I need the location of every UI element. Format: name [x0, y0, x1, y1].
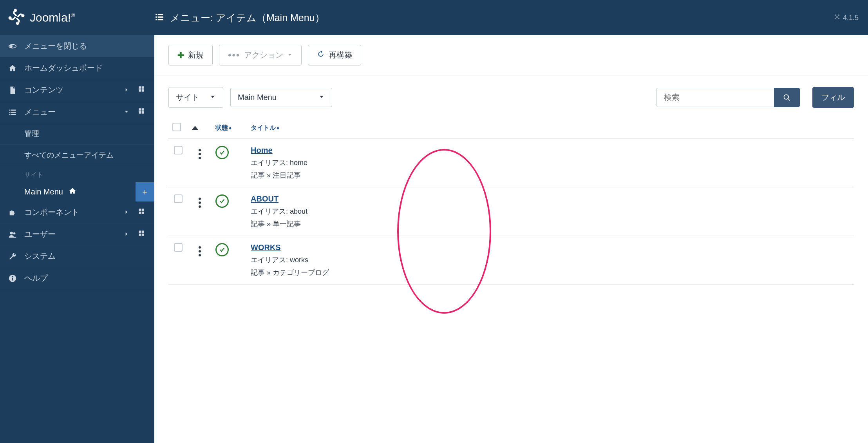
info-icon	[8, 274, 17, 283]
item-alias: エイリアス: works	[251, 255, 850, 265]
sidebar-users-label: ユーザー	[24, 229, 117, 240]
row-checkbox[interactable]	[174, 194, 183, 203]
sidebar-all-items-label: すべてのメニューアイテム	[24, 150, 146, 160]
menu-select[interactable]: Main Menu	[230, 88, 332, 107]
joomla-small-icon	[834, 13, 841, 22]
sidebar-manage[interactable]: 管理	[0, 123, 154, 145]
kebab-icon[interactable]	[196, 147, 203, 162]
svg-rect-15	[142, 89, 144, 92]
chevron-right-icon	[124, 208, 131, 217]
search-button[interactable]	[774, 88, 800, 107]
kebab-icon[interactable]	[196, 244, 203, 259]
item-title-link[interactable]: Home	[251, 146, 273, 154]
grid-icon[interactable]	[138, 208, 146, 217]
items-table: 状態♦ タイトル♦ Home エイリアス: home 記事 » 注目記事 ABO…	[168, 117, 854, 285]
sidebar-menus-submenu: 管理 すべてのメニューアイテム サイト Main Menu +	[0, 123, 154, 202]
sidebar-all-items[interactable]: すべてのメニューアイテム	[0, 145, 154, 166]
sidebar-menus-label: メニュー	[24, 107, 117, 117]
new-button-label: 新規	[188, 50, 204, 60]
sidebar-users[interactable]: ユーザー	[0, 223, 154, 245]
sidebar-components-label: コンポーネント	[24, 207, 117, 218]
sidebar-collapse-label: メニューを閉じる	[24, 41, 146, 51]
status-published-icon[interactable]	[215, 146, 229, 159]
page-title-section: メニュー: アイテム（Main Menu）	[154, 11, 834, 24]
svg-rect-16	[9, 109, 11, 111]
collapse-icon	[8, 42, 17, 51]
home-icon	[8, 64, 17, 73]
item-title-link[interactable]: ABOUT	[251, 194, 278, 203]
sidebar-help[interactable]: ヘルプ	[0, 267, 154, 289]
col-title[interactable]: タイトル♦	[247, 117, 854, 139]
col-status[interactable]: 状態♦	[212, 117, 247, 139]
item-alias: エイリアス: about	[251, 207, 850, 216]
file-icon	[8, 86, 17, 94]
table-row: ABOUT エイリアス: about 記事 » 単一記事	[168, 187, 854, 236]
svg-rect-37	[12, 278, 13, 280]
row-checkbox[interactable]	[174, 146, 183, 154]
sidebar-main-menu-add[interactable]: +	[136, 182, 154, 202]
version-section[interactable]: 4.1.5	[834, 13, 868, 22]
rebuild-button[interactable]: 再構築	[308, 45, 361, 65]
menu-select-label: Main Menu	[238, 93, 277, 102]
table-row: Home エイリアス: home 記事 » 注目記事	[168, 139, 854, 187]
sort-arrow-up-icon	[192, 126, 198, 130]
toolbar: ✚ 新規 ••• アクション 再構築	[154, 35, 868, 75]
status-published-icon[interactable]	[215, 243, 229, 256]
sidebar: メニューを閉じる ホームダッシュボード コンテンツ メニュー 管理 すべてのメニ…	[0, 35, 154, 443]
svg-rect-22	[139, 108, 141, 111]
chevron-right-icon	[124, 85, 131, 94]
status-published-icon[interactable]	[215, 194, 229, 208]
new-button[interactable]: ✚ 新規	[168, 45, 213, 65]
svg-point-39	[784, 94, 789, 99]
search-input[interactable]	[656, 88, 774, 107]
sidebar-content-label: コンテンツ	[24, 85, 117, 95]
sidebar-home[interactable]: ホームダッシュボード	[0, 57, 154, 79]
svg-rect-24	[139, 111, 141, 114]
rebuild-button-label: 再構築	[329, 50, 352, 60]
svg-point-38	[12, 276, 13, 277]
item-title-link[interactable]: WORKS	[251, 243, 281, 252]
kebab-icon[interactable]	[196, 195, 203, 210]
version-text: 4.1.5	[843, 14, 859, 22]
col-order[interactable]	[188, 117, 212, 139]
home-icon	[69, 187, 76, 197]
brand-text: Joomla!®	[30, 11, 75, 24]
sidebar-system-label: システム	[24, 251, 146, 261]
select-all-checkbox[interactable]	[172, 123, 181, 131]
sidebar-collapse[interactable]: メニューを閉じる	[0, 35, 154, 57]
svg-rect-14	[139, 89, 141, 92]
wrench-icon	[8, 252, 17, 261]
item-type: 記事 » カテゴリーブログ	[251, 268, 850, 277]
filter-row: サイト Main Menu フィル	[168, 87, 854, 108]
grid-icon[interactable]	[138, 107, 146, 116]
joomla-logo-icon	[8, 8, 25, 27]
grid-icon[interactable]	[138, 85, 146, 94]
list-icon	[154, 12, 165, 24]
svg-rect-33	[142, 231, 144, 233]
filter-button[interactable]: フィル	[812, 87, 854, 108]
chevron-right-icon	[124, 230, 131, 239]
svg-rect-28	[139, 212, 141, 214]
svg-rect-12	[139, 86, 141, 89]
logo-section[interactable]: Joomla!®	[0, 8, 154, 27]
search-group	[656, 88, 800, 107]
table-row: WORKS エイリアス: works 記事 » カテゴリーブログ	[168, 236, 854, 285]
sidebar-menus[interactable]: メニュー	[0, 101, 154, 123]
sidebar-content[interactable]: コンテンツ	[0, 79, 154, 101]
row-checkbox[interactable]	[174, 243, 183, 252]
client-select[interactable]: サイト	[168, 87, 223, 108]
chevron-down-icon	[287, 51, 293, 60]
actions-button[interactable]: ••• アクション	[219, 45, 302, 65]
sidebar-main-menu[interactable]: Main Menu	[0, 182, 136, 202]
sort-icon: ♦	[277, 125, 279, 131]
col-checkbox	[168, 117, 188, 139]
svg-rect-2	[156, 16, 157, 18]
plus-icon: ✚	[177, 51, 184, 60]
sidebar-system[interactable]: システム	[0, 245, 154, 267]
svg-rect-34	[139, 234, 141, 236]
svg-rect-32	[139, 231, 141, 233]
item-alias: エイリアス: home	[251, 158, 850, 167]
sidebar-components[interactable]: コンポーネント	[0, 202, 154, 223]
svg-rect-19	[11, 112, 16, 113]
grid-icon[interactable]	[138, 230, 146, 239]
